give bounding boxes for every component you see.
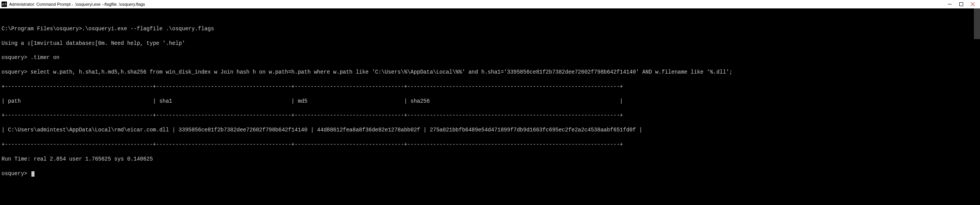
cursor	[31, 171, 34, 177]
terminal-output[interactable]: C:\Program Files\osquery>.\osqueryi.exe …	[0, 8, 980, 205]
maximize-button[interactable]	[955, 0, 967, 8]
terminal-prompt-line: osquery>	[2, 170, 978, 177]
close-button[interactable]	[967, 0, 978, 8]
window-title: Administrator: Command Prompt - .\osquer…	[9, 2, 145, 7]
terminal-line: osquery> .timer on	[2, 54, 978, 61]
terminal-line: | C:\Users\admintest\AppData\Local\rmd\e…	[2, 126, 978, 134]
terminal-line: | path | sha1 | md5 | sha256 |	[2, 98, 978, 105]
terminal-line: +---------------------------------------…	[2, 83, 978, 90]
terminal-line: C:\Program Files\osquery>.\osqueryi.exe …	[2, 25, 978, 33]
terminal-line: +---------------------------------------…	[2, 112, 978, 119]
app-icon: c:\	[2, 2, 7, 7]
terminal-line: osquery> select w.path, h.sha1,h.md5,h.s…	[2, 69, 978, 76]
window-controls	[944, 0, 978, 8]
vertical-scrollbar[interactable]	[974, 8, 980, 39]
prompt: osquery>	[2, 171, 31, 177]
terminal-line: +---------------------------------------…	[2, 141, 978, 148]
terminal-line: Using a ▯[1mvirtual database▯[0m. Need h…	[2, 40, 978, 47]
terminal-line: Run Time: real 2.854 user 1.765625 sys 0…	[2, 156, 978, 163]
minimize-button[interactable]	[944, 0, 955, 8]
svg-rect-1	[960, 3, 963, 6]
window-title-bar: c:\ Administrator: Command Prompt - .\os…	[0, 0, 980, 8]
